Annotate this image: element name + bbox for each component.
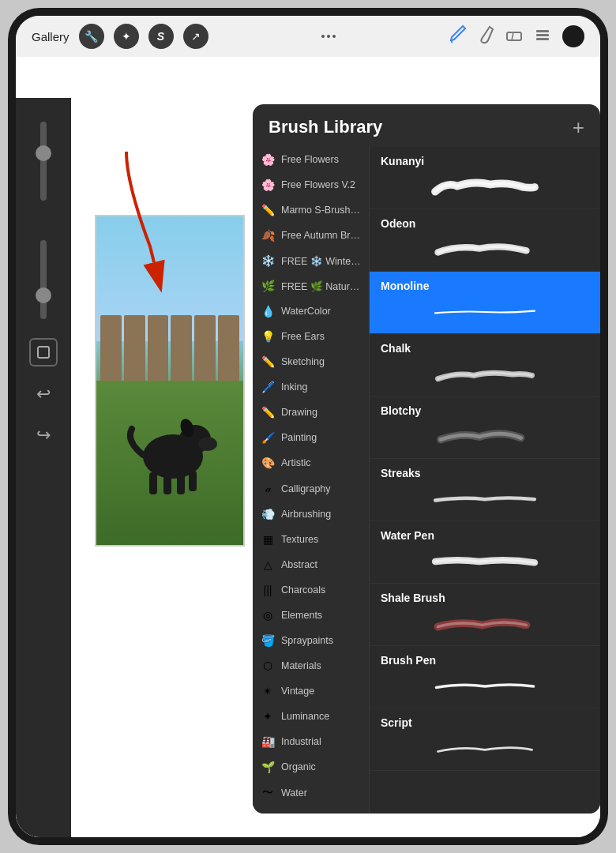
category-item-22[interactable]: ✦Luminance xyxy=(253,704,369,729)
cat-icon-8: ✏️ xyxy=(261,355,275,368)
cat-label-9: Inking xyxy=(281,381,307,393)
category-item-3[interactable]: 🍂Free Autumn Brushes… xyxy=(253,223,369,248)
category-item-7[interactable]: 💡Free Ears xyxy=(253,324,369,349)
redo-button[interactable]: ↪ xyxy=(36,425,51,445)
brush-item-0[interactable]: Kunanyi xyxy=(370,147,600,209)
cat-label-18: Elements xyxy=(281,610,322,621)
brush-preview-0 xyxy=(381,171,589,204)
cat-label-15: Textures xyxy=(281,534,318,545)
category-item-12[interactable]: 🎨Artistic xyxy=(253,450,369,475)
svg-rect-2 xyxy=(536,30,549,32)
brush-item-4[interactable]: Blotchy xyxy=(370,396,600,459)
category-item-1[interactable]: 🌸Free Flowers V.2 xyxy=(253,172,369,197)
opacity-slider[interactable] xyxy=(40,240,47,319)
category-item-26[interactable]: ↩Imported xyxy=(253,806,369,814)
cat-label-14: Airbrushing xyxy=(281,509,331,520)
brush-item-3[interactable]: Chalk xyxy=(370,334,600,396)
brush-item-5[interactable]: Streaks xyxy=(370,459,600,521)
undo-button[interactable]: ↩ xyxy=(36,384,51,404)
cat-icon-22: ✦ xyxy=(261,710,275,723)
brush-item-1[interactable]: Odeon xyxy=(370,209,600,272)
wrench-icon[interactable]: 🔧 xyxy=(79,24,104,49)
top-bar-right xyxy=(449,24,584,49)
svg-rect-13 xyxy=(189,471,197,491)
svg-rect-12 xyxy=(177,472,185,494)
cat-icon-15: ▦ xyxy=(261,533,275,546)
brush-preview-5 xyxy=(381,483,589,516)
cat-icon-11: 🖌️ xyxy=(261,431,275,444)
brush-name-0: Kunanyi xyxy=(381,155,589,167)
brush-name-5: Streaks xyxy=(381,467,589,479)
category-item-17[interactable]: |||Charcoals xyxy=(253,577,369,603)
category-item-5[interactable]: 🌿FREE 🌿 Nature… xyxy=(253,273,369,299)
category-item-19[interactable]: 🪣Spraypaints xyxy=(253,628,369,653)
eraser-tool-icon[interactable] xyxy=(505,26,523,47)
cat-icon-12: 🎨 xyxy=(261,457,275,469)
color-swatch[interactable] xyxy=(562,25,584,47)
add-brush-button[interactable]: + xyxy=(573,117,584,137)
top-bar-center xyxy=(321,35,336,38)
brush-item-6[interactable]: Water Pen xyxy=(370,521,600,584)
brush-name-4: Blotchy xyxy=(381,404,589,417)
cat-icon-21: ✴ xyxy=(261,685,275,697)
category-item-18[interactable]: ◎Elements xyxy=(253,603,369,628)
brush-item-8[interactable]: Brush Pen xyxy=(370,646,600,708)
canvas-area: ↩ ↪ xyxy=(16,57,600,837)
cat-label-24: Organic xyxy=(281,761,316,772)
arrow-annotation xyxy=(63,136,221,313)
brush-item-2[interactable]: Monoline xyxy=(370,272,600,334)
cat-label-11: Painting xyxy=(281,432,317,443)
cat-icon-7: 💡 xyxy=(261,330,275,343)
brush-name-2: Monoline xyxy=(381,280,589,292)
category-item-21[interactable]: ✴Vintage xyxy=(253,678,369,704)
category-item-16[interactable]: △Abstract xyxy=(253,552,369,577)
cat-icon-20: ⬡ xyxy=(261,659,275,672)
wand-icon[interactable]: ✦ xyxy=(114,24,139,49)
dot-3 xyxy=(332,35,336,38)
category-item-24[interactable]: 🌱Organic xyxy=(253,754,369,780)
cat-label-7: Free Ears xyxy=(281,331,325,342)
brush-item-7[interactable]: Shale Brush xyxy=(370,584,600,646)
category-item-20[interactable]: ⬡Materials xyxy=(253,653,369,678)
category-item-6[interactable]: 💧WaterColor xyxy=(253,299,369,324)
category-item-15[interactable]: ▦Textures xyxy=(253,527,369,552)
brush-preview-3 xyxy=(381,358,589,391)
category-item-23[interactable]: 🏭Industrial xyxy=(253,729,369,754)
left-sidebar: ↩ ↪ xyxy=(16,98,71,837)
category-item-10[interactable]: ✏️Drawing xyxy=(253,400,369,425)
svg-rect-11 xyxy=(163,474,171,494)
cat-label-4: FREE ❄️ Winter N… xyxy=(281,255,361,267)
brush-tool-icon[interactable] xyxy=(449,24,466,49)
category-item-4[interactable]: ❄️FREE ❄️ Winter N… xyxy=(253,248,369,273)
category-item-9[interactable]: 🖊️Inking xyxy=(253,374,369,400)
dog-silhouette xyxy=(126,393,220,496)
cat-icon-16: △ xyxy=(261,558,275,571)
cat-icon-0: 🌸 xyxy=(261,153,275,166)
category-item-13[interactable]: 𝒶Calligraphy xyxy=(253,475,369,502)
cat-label-21: Vintage xyxy=(281,686,314,697)
dot-1 xyxy=(321,35,325,38)
transform-icon[interactable]: ↗ xyxy=(183,24,208,49)
brush-item-9[interactable]: Script xyxy=(370,708,600,771)
category-item-0[interactable]: 🌸Free Flowers xyxy=(253,147,369,172)
category-item-8[interactable]: ✏️Sketching xyxy=(253,349,369,374)
cat-icon-17: ||| xyxy=(261,584,275,596)
brush-preview-4 xyxy=(381,420,589,453)
category-item-25[interactable]: 〜Water xyxy=(253,780,369,806)
shape-tool-icon[interactable] xyxy=(29,338,58,366)
category-item-14[interactable]: 💨Airbrushing xyxy=(253,502,369,527)
brush-name-9: Script xyxy=(381,716,589,729)
selection-icon[interactable]: S xyxy=(148,24,174,49)
gallery-button[interactable]: Gallery xyxy=(32,30,69,43)
cat-icon-5: 🌿 xyxy=(261,280,275,292)
dot-menu[interactable] xyxy=(321,35,336,38)
top-bar-left: Gallery 🔧 ✦ S ↗ xyxy=(32,24,208,49)
brush-preview-2 xyxy=(381,295,589,329)
cat-label-22: Luminance xyxy=(281,711,329,722)
brush-size-slider[interactable] xyxy=(40,122,47,201)
brush-name-3: Chalk xyxy=(381,342,589,355)
category-item-11[interactable]: 🖌️Painting xyxy=(253,425,369,450)
category-item-2[interactable]: ✏️Marmo S-Brush Pack xyxy=(253,197,369,223)
smudge-tool-icon[interactable] xyxy=(477,24,494,49)
layers-icon[interactable] xyxy=(534,26,551,47)
